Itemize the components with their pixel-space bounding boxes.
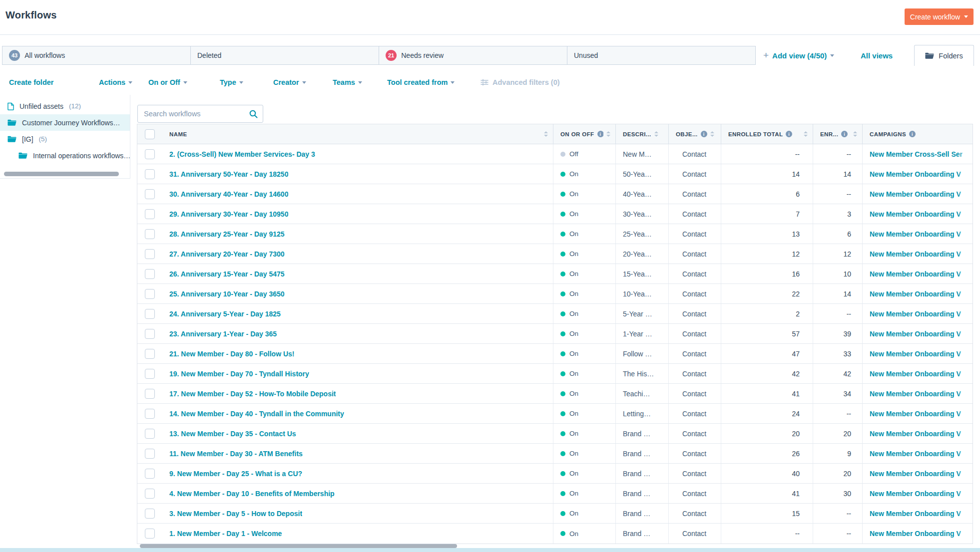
campaign-link[interactable]: New Member Onboarding V	[870, 370, 961, 378]
sidebar-folder-item[interactable]: [IG] (5)	[0, 131, 130, 147]
row-checkbox[interactable]	[145, 189, 155, 199]
select-all-checkbox[interactable]	[145, 129, 155, 139]
workflow-name-link[interactable]: 25. Anniversary 10-Year - Day 3650	[169, 290, 285, 298]
workflow-name-link[interactable]: 2. (Cross-Sell) New Member Services- Day…	[169, 150, 315, 158]
campaign-link[interactable]: New Member Onboarding V	[870, 530, 961, 538]
campaign-link[interactable]: New Member Onboarding V	[870, 390, 961, 398]
campaign-link[interactable]: New Member Onboarding V	[870, 270, 961, 278]
campaign-link[interactable]: New Member Onboarding V	[870, 350, 961, 358]
workflow-name-link[interactable]: 17. New Member - Day 52 - How-To Mobile …	[169, 390, 336, 398]
row-checkbox[interactable]	[145, 329, 155, 339]
sort-control[interactable]	[804, 131, 808, 137]
create-folder-link[interactable]: Create folder	[9, 74, 53, 91]
campaign-link[interactable]: New Member Onboarding V	[870, 210, 961, 218]
column-header[interactable]: ENROLLED TOTAL	[721, 124, 813, 144]
info-icon[interactable]	[597, 131, 604, 137]
advanced-filters-button[interactable]: Advanced filters (0)	[481, 74, 560, 91]
workflow-name-link[interactable]: 13. New Member - Day 35 - Contact Us	[169, 430, 296, 438]
campaign-link[interactable]: New Member Onboarding V	[870, 470, 961, 478]
campaign-link[interactable]: New Member Onboarding V	[870, 310, 961, 318]
workflow-name-link[interactable]: 3. New Member - Day 5 - How to Deposit	[169, 510, 302, 518]
workflow-name-link[interactable]: 21. New Member - Day 80 - Follow Us!	[169, 350, 295, 358]
campaign-link[interactable]: New Member Onboarding V	[870, 330, 961, 338]
view-tab[interactable]: Unused	[567, 46, 756, 65]
campaign-link[interactable]: New Member Onboarding V	[870, 290, 961, 298]
row-checkbox[interactable]	[145, 529, 155, 539]
workflow-name-link[interactable]: 23. Anniversary 1-Year - Day 365	[169, 330, 277, 338]
row-checkbox[interactable]	[145, 209, 155, 219]
column-header[interactable]: CAMPAIGNS	[862, 124, 973, 144]
row-checkbox[interactable]	[145, 309, 155, 319]
workflow-name-link[interactable]: 14. New Member - Day 40 - Tyndall in the…	[169, 410, 344, 418]
table-horizontal-scrollbar-thumb[interactable]	[140, 544, 457, 548]
row-checkbox[interactable]	[145, 349, 155, 359]
sidebar-folder-item[interactable]: Customer Journey Workflows…	[0, 114, 130, 131]
sidebar-folder-item[interactable]: Unfiled assets (12)	[0, 98, 130, 114]
row-checkbox[interactable]	[145, 369, 155, 379]
column-header[interactable]: ON OR OFF	[553, 124, 615, 144]
workflow-name-link[interactable]: 11. New Member - Day 30 - ATM Benefits	[169, 450, 303, 458]
sort-control[interactable]	[654, 131, 658, 137]
campaign-link[interactable]: New Member Onboarding V	[870, 510, 961, 518]
column-header[interactable]: NAME	[162, 124, 553, 144]
view-tab[interactable]: 21 Needs review	[379, 46, 567, 65]
sort-control[interactable]	[544, 131, 548, 137]
search-input[interactable]	[137, 105, 263, 123]
column-header[interactable]: ENR...	[813, 124, 862, 144]
view-tab[interactable]: Deleted	[190, 46, 379, 65]
column-header[interactable]: OBJE...	[668, 124, 721, 144]
row-checkbox[interactable]	[145, 469, 155, 479]
row-checkbox[interactable]	[145, 389, 155, 399]
campaign-link[interactable]: New Member Onboarding V	[870, 430, 961, 438]
workflow-name-link[interactable]: 19. New Member - Day 70 - Tyndall Histor…	[169, 370, 309, 378]
filter-dropdown[interactable]: Teams	[333, 74, 362, 91]
workflow-name-link[interactable]: 29. Anniversary 30-Year - Day 10950	[169, 210, 288, 218]
row-checkbox[interactable]	[145, 449, 155, 459]
sort-control[interactable]	[853, 131, 857, 137]
sort-control[interactable]	[710, 131, 714, 137]
filter-dropdown[interactable]: Type	[220, 74, 243, 91]
row-checkbox[interactable]	[145, 489, 155, 499]
add-view-button[interactable]: + Add view (4/50)	[763, 46, 834, 65]
workflow-name-link[interactable]: 4. New Member - Day 10 - Benefits of Mem…	[169, 490, 335, 498]
row-checkbox[interactable]	[145, 169, 155, 179]
workflow-name-link[interactable]: 1. New Member - Day 1 - Welcome	[169, 530, 282, 538]
info-icon[interactable]	[786, 131, 792, 137]
row-checkbox[interactable]	[145, 289, 155, 299]
row-checkbox[interactable]	[145, 269, 155, 279]
filter-dropdown[interactable]: On or Off	[148, 74, 187, 91]
workflow-name-link[interactable]: 24. Anniversary 5-Year - Day 1825	[169, 310, 281, 318]
page-bottom-scrollbar[interactable]	[0, 548, 980, 552]
campaign-link[interactable]: New Member Onboarding V	[870, 170, 961, 178]
all-views-link[interactable]: All views	[861, 46, 893, 65]
row-checkbox[interactable]	[145, 409, 155, 419]
info-icon[interactable]	[909, 131, 916, 137]
info-icon[interactable]	[701, 131, 707, 137]
row-checkbox[interactable]	[145, 149, 155, 159]
info-icon[interactable]	[841, 131, 848, 137]
workflow-name-link[interactable]: 9. New Member - Day 25 - What is a CU?	[169, 470, 302, 478]
sidebar-horizontal-scrollbar[interactable]	[4, 172, 119, 176]
folders-tab[interactable]: Folders	[914, 45, 974, 66]
campaign-link[interactable]: New Member Onboarding V	[870, 410, 961, 418]
campaign-link[interactable]: New Member Onboarding V	[870, 230, 961, 238]
workflow-name-link[interactable]: 31. Anniversary 50-Year - Day 18250	[169, 170, 288, 178]
workflow-name-link[interactable]: 27. Anniversary 20-Year - Day 7300	[169, 250, 285, 258]
sidebar-folder-item[interactable]: Internal operations workflows…	[0, 147, 130, 164]
sort-control[interactable]	[606, 131, 610, 137]
campaign-link[interactable]: New Member Onboarding V	[870, 490, 961, 498]
row-checkbox[interactable]	[145, 509, 155, 519]
filter-dropdown[interactable]: Tool created from	[387, 74, 455, 91]
filter-dropdown[interactable]: Actions	[99, 74, 132, 91]
column-header[interactable]: DESCRI...	[615, 124, 668, 144]
create-workflow-button[interactable]: Create workflow	[905, 8, 974, 25]
workflow-name-link[interactable]: 28. Anniversary 25-Year - Day 9125	[169, 230, 285, 238]
workflow-name-link[interactable]: 30. Anniversary 40-Year - Day 14600	[169, 190, 288, 198]
campaign-link[interactable]: New Member Cross-Sell Ser	[870, 150, 963, 158]
campaign-link[interactable]: New Member Onboarding V	[870, 250, 961, 258]
campaign-link[interactable]: New Member Onboarding V	[870, 190, 961, 198]
row-checkbox[interactable]	[145, 229, 155, 239]
filter-dropdown[interactable]: Creator	[273, 74, 306, 91]
row-checkbox[interactable]	[145, 429, 155, 439]
row-checkbox[interactable]	[145, 249, 155, 259]
